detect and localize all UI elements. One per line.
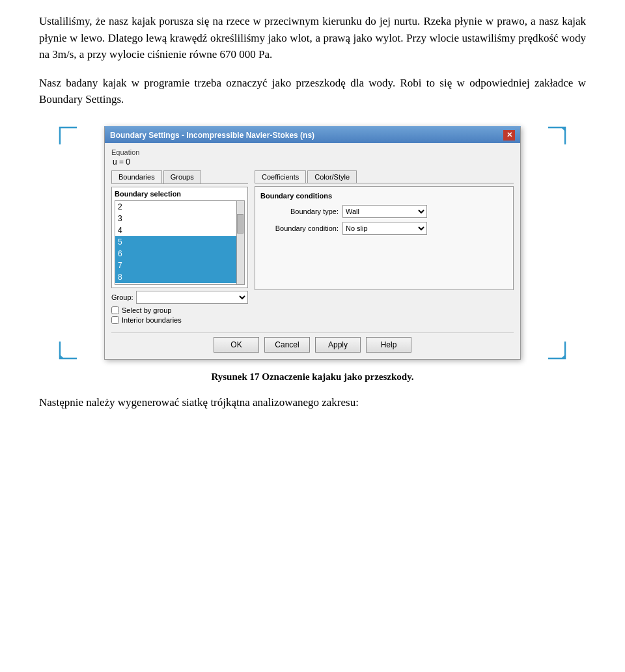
interior-boundaries-row: Interior boundaries [111, 316, 248, 324]
svg-marker-2 [561, 355, 565, 358]
group-row: Group: [111, 291, 248, 304]
apply-button[interactable]: Apply [315, 337, 361, 353]
boundary-list: 2 3 4 5 6 7 8 [115, 201, 236, 283]
tab-boundaries[interactable]: Boundaries [111, 170, 162, 183]
boundary-item-6[interactable]: 6 [115, 248, 236, 260]
page-content: Ustaliliśmy, że nasz kajak porusza się n… [39, 13, 586, 410]
group-select[interactable] [136, 291, 248, 304]
corner-arrow-br [547, 340, 566, 360]
boundary-settings-dialog: Boundary Settings - Incompressible Navie… [104, 126, 521, 360]
paragraph-3: Następnie należy wygenerować siatkę trój… [39, 394, 586, 411]
right-tab-bar: Coefficients Color/Style [255, 170, 514, 183]
dialog-screenshot-area: Boundary Settings - Incompressible Navie… [39, 126, 586, 360]
tab-color-style[interactable]: Color/Style [307, 170, 357, 183]
interior-boundaries-label: Interior boundaries [122, 316, 182, 324]
boundary-condition-label: Boundary condition: [260, 224, 339, 232]
tab-groups[interactable]: Groups [163, 170, 201, 183]
left-panel: Boundaries Groups Boundary selection 2 3 [111, 170, 248, 326]
boundary-list-inner: 2 3 4 5 6 7 8 [115, 201, 236, 284]
corner-arrow-tl [59, 126, 78, 146]
cancel-button[interactable]: Cancel [264, 337, 310, 353]
right-panel: Coefficients Color/Style Boundary condit… [255, 170, 514, 326]
boundary-type-row: Boundary type: Wall [260, 205, 508, 218]
boundary-selection-label: Boundary selection [115, 190, 245, 198]
paragraph-2: Nasz badany kajak w programie trzeba ozn… [39, 75, 586, 108]
paragraph-1: Ustaliliśmy, że nasz kajak porusza się n… [39, 13, 586, 63]
boundary-item-8[interactable]: 8 [115, 271, 236, 283]
boundary-item-4[interactable]: 4 [115, 224, 236, 236]
conditions-title: Boundary conditions [260, 192, 508, 200]
corner-arrow-bl [59, 340, 78, 360]
boundary-list-container: 2 3 4 5 6 7 8 [115, 200, 245, 285]
select-by-group-label: Select by group [122, 306, 171, 314]
dialog-titlebar: Boundary Settings - Incompressible Navie… [105, 128, 520, 143]
equation-label: Equation [111, 148, 514, 156]
scrollbar-thumb[interactable] [237, 214, 243, 234]
boundary-item-2[interactable]: 2 [115, 201, 236, 213]
boundary-condition-select[interactable]: No slip [342, 222, 427, 235]
select-by-group-checkbox[interactable] [111, 306, 119, 314]
conditions-panel: Boundary conditions Boundary type: Wall … [255, 186, 514, 290]
boundary-selection-panel: Boundary selection 2 3 4 5 6 [111, 187, 248, 288]
boundary-item-7[interactable]: 7 [115, 260, 236, 271]
boundary-type-select[interactable]: Wall [342, 205, 427, 218]
equation-section: Equation u = 0 [111, 148, 514, 167]
figure-caption: Rysunek 17 Oznaczenie kajaku jako przesz… [39, 371, 586, 383]
boundary-list-scrollbar[interactable] [236, 201, 244, 284]
boundary-condition-row: Boundary condition: No slip [260, 222, 508, 235]
interior-boundaries-checkbox[interactable] [111, 316, 119, 324]
dialog-footer: OK Cancel Apply Help [111, 332, 514, 353]
dialog-title: Boundary Settings - Incompressible Navie… [110, 131, 314, 140]
ok-button[interactable]: OK [214, 337, 259, 353]
equation-value: u = 0 [111, 157, 514, 167]
select-by-group-row: Select by group [111, 306, 248, 314]
boundary-item-3[interactable]: 3 [115, 213, 236, 224]
boundary-type-label: Boundary type: [260, 208, 339, 215]
left-tab-bar: Boundaries Groups [111, 170, 248, 184]
help-button[interactable]: Help [366, 337, 411, 353]
corner-arrow-tr [547, 126, 566, 146]
tab-coefficients[interactable]: Coefficients [255, 170, 306, 183]
dialog-close-button[interactable]: ✕ [503, 130, 515, 141]
dialog-body: Equation u = 0 Boundaries Groups Boundar… [105, 143, 520, 359]
dialog-main-content: Boundaries Groups Boundary selection 2 3 [111, 170, 514, 326]
group-label: Group: [111, 293, 133, 301]
boundary-item-5[interactable]: 5 [115, 236, 236, 248]
